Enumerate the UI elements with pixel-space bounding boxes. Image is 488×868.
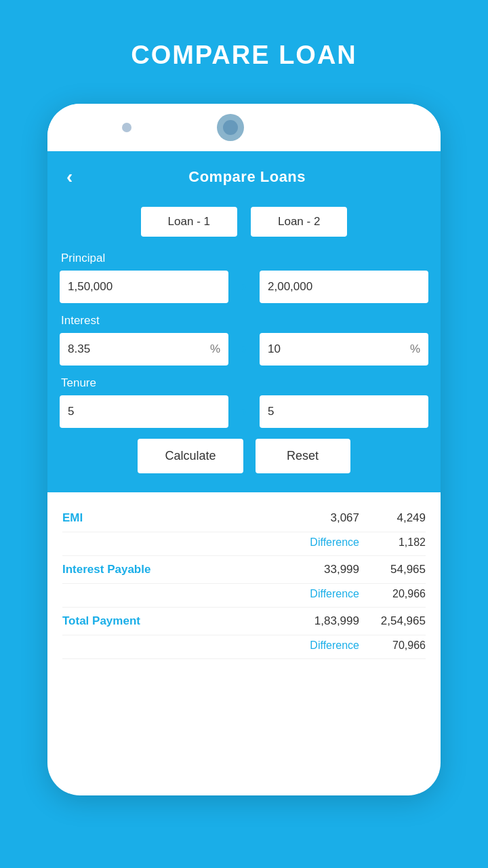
emi-diff-val: 1,182 (365, 536, 426, 549)
tenure-row: › (60, 395, 428, 428)
total-payment-val1: 1,83,999 (198, 614, 365, 628)
total-payment-row: Total Payment 1,83,999 2,54,965 (62, 608, 426, 635)
interest-payable-row: Interest Payable 33,999 54,965 (62, 556, 426, 584)
results-section: EMI 3,067 4,249 Difference 1,182 Interes… (47, 492, 441, 669)
interest-suffix-2: % (407, 342, 420, 356)
page-title: COMPARE LOAN (131, 41, 357, 70)
loan-tab-1[interactable]: Loan - 1 (141, 207, 237, 237)
app-header: ‹ Compare Loans (60, 163, 428, 191)
app-header-title: Compare Loans (86, 168, 408, 186)
principal-label: Principal (61, 252, 428, 265)
phone-speaker (217, 114, 244, 141)
interest-suffix-1: % (207, 342, 220, 356)
interest-arrow-icon: › (234, 340, 254, 358)
total-payment-label: Total Payment (62, 614, 198, 628)
principal-row: › (60, 271, 428, 303)
emi-val1: 3,067 (198, 511, 365, 525)
phone-camera (122, 123, 131, 132)
principal-arrow-icon: › (234, 278, 254, 296)
button-row: Calculate Reset (60, 439, 428, 473)
tenure-label: Tenure (61, 376, 428, 390)
interest-input-wrapper-1: % (60, 333, 228, 366)
interest-input-1[interactable] (68, 333, 207, 366)
tenure-input-1[interactable] (60, 395, 228, 428)
emi-diff-row: Difference 1,182 (62, 532, 426, 556)
interest-row: % › % (60, 333, 428, 366)
back-button[interactable]: ‹ (60, 163, 79, 191)
loan-tabs: Loan - 1 Loan - 2 (60, 207, 428, 237)
principal-input-2[interactable] (260, 271, 428, 303)
phone-shell: ‹ Compare Loans Loan - 1 Loan - 2 Princi… (47, 104, 441, 795)
interest-payable-diff-label: Difference (62, 588, 365, 600)
emi-row: EMI 3,067 4,249 (62, 505, 426, 532)
emi-diff-label: Difference (62, 536, 365, 549)
interest-payable-label: Interest Payable (62, 563, 198, 576)
total-payment-val2: 2,54,965 (365, 614, 426, 628)
phone-top-bar (47, 104, 441, 151)
emi-label: EMI (62, 511, 198, 525)
interest-payable-diff-row: Difference 20,966 (62, 584, 426, 608)
total-payment-diff-label: Difference (62, 639, 365, 652)
interest-payable-val1: 33,999 (198, 563, 365, 576)
loan-tab-2[interactable]: Loan - 2 (251, 207, 347, 237)
total-payment-diff-row: Difference 70,966 (62, 635, 426, 659)
tenure-input-2[interactable] (260, 395, 428, 428)
calculate-button[interactable]: Calculate (138, 439, 243, 473)
emi-val2: 4,249 (365, 511, 426, 525)
reset-button[interactable]: Reset (256, 439, 350, 473)
interest-payable-val2: 54,965 (365, 563, 426, 576)
interest-input-wrapper-2: % (260, 333, 428, 366)
interest-label: Interest (61, 314, 428, 328)
total-payment-diff-val: 70,966 (365, 639, 426, 652)
interest-payable-diff-val: 20,966 (365, 588, 426, 600)
interest-input-2[interactable] (268, 333, 407, 366)
app-content: ‹ Compare Loans Loan - 1 Loan - 2 Princi… (47, 151, 441, 492)
tenure-arrow-icon: › (234, 403, 254, 420)
principal-input-1[interactable] (60, 271, 228, 303)
